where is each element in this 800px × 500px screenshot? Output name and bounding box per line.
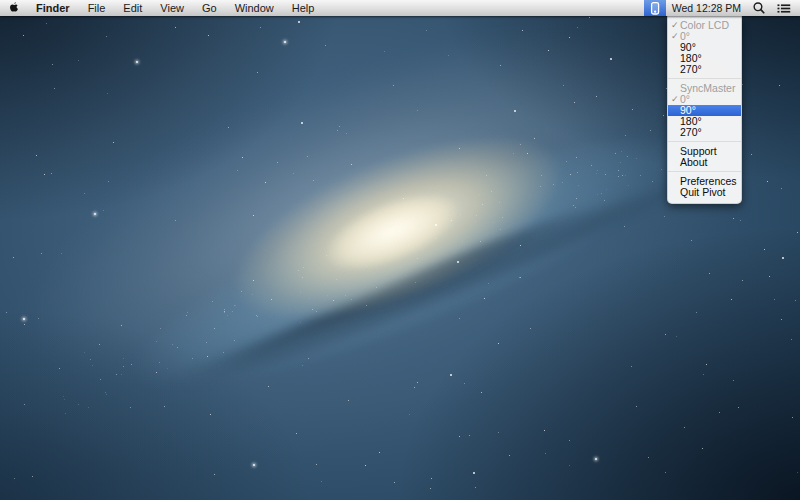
menubar-right: Wed 12:28 PM — [644, 0, 800, 16]
checkmark-icon: ✓ — [668, 94, 680, 105]
menu-help[interactable]: Help — [283, 0, 324, 16]
menu-item-label: 270° — [680, 64, 741, 75]
menu-item-label: 270° — [680, 127, 741, 138]
spotlight-icon[interactable] — [747, 0, 771, 16]
menu-bar: Finder File Edit View Go Window Help Wed… — [0, 0, 800, 16]
menu-item-lcd-180[interactable]: 180° — [668, 53, 741, 64]
pivot-dropdown-menu: ✓ Color LCD ✓ 0° 90° 180° 270° SyncMaste… — [667, 16, 742, 204]
menu-item-quit-pivot[interactable]: Quit Pivot — [668, 187, 741, 198]
menu-edit[interactable]: Edit — [114, 0, 151, 16]
notification-center-icon[interactable] — [771, 0, 800, 16]
menu-go[interactable]: Go — [193, 0, 226, 16]
galaxy-core-glow — [167, 69, 629, 388]
screen: Finder File Edit View Go Window Help Wed… — [0, 0, 800, 500]
apple-menu[interactable] — [0, 0, 27, 16]
display-rotation-icon — [649, 1, 661, 16]
menu-file[interactable]: File — [79, 0, 115, 16]
menu-item-lcd-90[interactable]: 90° — [668, 42, 741, 53]
menubar-clock[interactable]: Wed 12:28 PM — [666, 2, 747, 14]
menu-separator — [668, 141, 741, 142]
menu-window[interactable]: Window — [226, 0, 283, 16]
pivot-menu-extra[interactable] — [644, 0, 666, 16]
menu-item-about[interactable]: About — [668, 157, 741, 168]
apple-logo-icon — [8, 1, 20, 16]
menu-item-label: Quit Pivot — [680, 187, 741, 198]
menu-separator — [668, 171, 741, 172]
checkmark-icon: ✓ — [668, 20, 680, 31]
menu-separator — [668, 78, 741, 79]
menu-item-syncmaster: SyncMaster — [668, 83, 741, 94]
menu-item-label: About — [680, 157, 741, 168]
menu-item-sync-0: ✓ 0° — [668, 94, 741, 105]
checkmark-icon: ✓ — [668, 31, 680, 42]
menu-item-color-lcd: ✓ Color LCD — [668, 20, 741, 31]
menu-item-sync-180[interactable]: 180° — [668, 116, 741, 127]
menu-item-lcd-270[interactable]: 270° — [668, 64, 741, 75]
menu-view[interactable]: View — [151, 0, 193, 16]
menu-finder[interactable]: Finder — [27, 0, 79, 16]
menu-item-sync-90[interactable]: 90° — [668, 105, 741, 116]
menu-item-sync-270[interactable]: 270° — [668, 127, 741, 138]
galaxy-dust-lane — [123, 208, 578, 412]
galaxy-dust-lane — [337, 186, 623, 319]
menu-item-lcd-0: ✓ 0° — [668, 31, 741, 42]
menubar-left: Finder File Edit View Go Window Help — [0, 0, 323, 16]
galaxy-dust-lane — [125, 147, 736, 429]
galaxy-core-center — [300, 168, 484, 297]
